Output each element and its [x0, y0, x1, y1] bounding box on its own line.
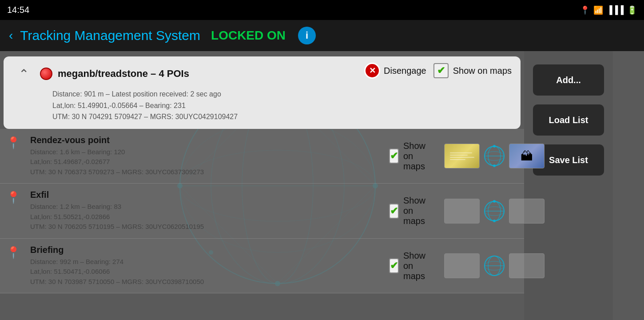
info-button[interactable]: i	[298, 27, 316, 44]
show-maps-label-2: Show on maps	[403, 251, 431, 281]
svg-point-22	[493, 164, 496, 167]
status-time: 14:54	[7, 5, 29, 15]
header-checkmark-icon: ✔	[437, 65, 445, 76]
checkmark-icon-0: ✔	[390, 150, 398, 162]
back-button[interactable]: ‹	[9, 28, 13, 43]
poi-row-2: 📍 Briefing Distance: 992 m – Bearing: 27…	[0, 239, 524, 294]
signal-icon: ▐▐▐	[607, 5, 624, 15]
poi-pin-2: 📍	[0, 239, 27, 293]
header-utm: UTM: 30 N 704291 5709427 – MGRS: 30UYC04…	[52, 111, 512, 123]
status-icons: 📍 📶 ▐▐▐ 🔋	[580, 5, 637, 15]
show-maps-checkbox-1[interactable]: ✔	[389, 204, 399, 219]
svg-point-21	[493, 145, 496, 148]
poi-latlon-0: Lat,lon: 51.49687,-0.02677	[30, 157, 378, 167]
poi-actions-1: ✔ Show on maps	[382, 184, 524, 238]
show-maps-button-2[interactable]: ✔ Show on maps	[389, 251, 431, 281]
disengage-button[interactable]: ✕ Disengage	[364, 63, 426, 79]
wifi-icon: 📶	[593, 5, 603, 15]
poi-distance-1: Distance: 1.2 km – Bearing: 83	[30, 202, 378, 212]
poi-thumb-photo-0[interactable]: 🏔	[509, 144, 545, 168]
poi-thumb-photo-2[interactable]	[509, 253, 545, 278]
header-show-maps-label: Show on maps	[453, 66, 512, 76]
show-maps-button-1[interactable]: ✔ Show on maps	[389, 196, 431, 226]
show-maps-checkbox-0[interactable]: ✔	[389, 148, 399, 164]
poi-actions-0: ✔ Show on maps	[382, 129, 524, 184]
app-title: Tracking Management System	[20, 28, 200, 43]
poi-thumb-photo-1[interactable]	[509, 199, 545, 224]
poi-name-0: Rendez-vous point	[30, 135, 378, 145]
status-bar: 14:54 📍 📶 ▐▐▐ 🔋	[0, 0, 644, 20]
globe-icon-1[interactable]	[483, 200, 505, 222]
globe-icon-0[interactable]	[483, 145, 505, 167]
poi-info-1: Exfil Distance: 1.2 km – Bearing: 83 Lat…	[27, 184, 382, 238]
poi-latlon-2: Lat,lon: 51.50471,-0.06066	[30, 267, 378, 277]
poi-pin-0: 📍	[0, 129, 27, 184]
poi-name-2: Briefing	[30, 245, 378, 255]
poi-pin-1: 📍	[0, 184, 27, 238]
show-maps-button-0[interactable]: ✔ Show on maps	[389, 141, 431, 172]
location-icon: 📍	[580, 5, 590, 15]
poi-thumb-map-1[interactable]	[444, 199, 480, 224]
pin-icon-2: 📍	[6, 246, 20, 260]
poi-thumb-map-0[interactable]	[444, 144, 480, 168]
poi-list: ⌃ meganb/treadstone – 4 POIs ✕ Disengage…	[0, 51, 524, 320]
poi-row-0: 📍 Rendez-vous point Distance: 1.6 km – B…	[0, 129, 524, 184]
poi-distance-2: Distance: 992 m – Bearing: 274	[30, 257, 378, 267]
poi-latlon-1: Lat,lon: 51.50521,-0.02866	[30, 212, 378, 222]
poi-row-1: 📍 Exfil Distance: 1.2 km – Bearing: 83 L…	[0, 184, 524, 239]
title-bar: ‹ Tracking Management System LOCKED ON i	[0, 20, 644, 51]
poi-info-2: Briefing Distance: 992 m – Bearing: 274 …	[27, 239, 382, 293]
poi-thumb-map-2[interactable]	[444, 253, 480, 278]
show-maps-label-1: Show on maps	[403, 196, 431, 226]
globe-icon-2[interactable]	[483, 255, 505, 277]
header-details: Distance: 901 m – Latest position receiv…	[12, 88, 512, 123]
header-top: ⌃ meganb/treadstone – 4 POIs ✕ Disengage…	[12, 63, 512, 85]
main-content: ⌃ meganb/treadstone – 4 POIs ✕ Disengage…	[0, 51, 644, 320]
header-show-maps-checkbox[interactable]: ✔	[433, 63, 449, 78]
pin-icon-1: 📍	[6, 191, 20, 204]
poi-name-1: Exfil	[30, 190, 378, 200]
poi-actions-2: ✔ Show on maps	[382, 239, 524, 293]
pin-icon-0: 📍	[6, 136, 20, 150]
header-show-maps-button[interactable]: ✔ Show on maps	[433, 63, 512, 78]
poi-utm-1: UTM: 30 N 706205 5710195 – MGRS: 30UYC06…	[30, 222, 378, 232]
poi-distance-0: Distance: 1.6 km – Bearing: 120	[30, 147, 378, 157]
svg-point-28	[493, 220, 496, 222]
tracking-dot	[40, 68, 52, 80]
poi-utm-2: UTM: 30 N 703987 5710050 – MGRS: 30UYC03…	[30, 277, 378, 287]
header-distance: Distance: 901 m – Latest position receiv…	[52, 88, 512, 100]
header-actions: ✕ Disengage ✔ Show on maps	[364, 63, 512, 79]
svg-point-27	[493, 200, 496, 203]
checkmark-icon-2: ✔	[390, 260, 398, 272]
header-latlon: Lat,lon: 51.49901,-0.05664 – Bearing: 23…	[52, 100, 512, 112]
poi-utm-0: UTM: 30 N 706373 5709273 – MGRS: 30UYC06…	[30, 167, 378, 177]
thumb-decoration-0	[450, 152, 474, 160]
checkmark-icon-1: ✔	[390, 205, 398, 217]
disengage-icon: ✕	[364, 63, 380, 79]
poi-info-0: Rendez-vous point Distance: 1.6 km – Bea…	[27, 129, 382, 184]
header-card: ⌃ meganb/treadstone – 4 POIs ✕ Disengage…	[4, 56, 521, 129]
locked-on-label: LOCKED ON	[211, 28, 286, 43]
disengage-label: Disengage	[384, 66, 426, 76]
battery-icon: 🔋	[627, 5, 637, 15]
show-maps-checkbox-2[interactable]: ✔	[389, 258, 399, 273]
show-maps-label-0: Show on maps	[403, 141, 431, 172]
collapse-button[interactable]: ⌃	[12, 63, 35, 85]
